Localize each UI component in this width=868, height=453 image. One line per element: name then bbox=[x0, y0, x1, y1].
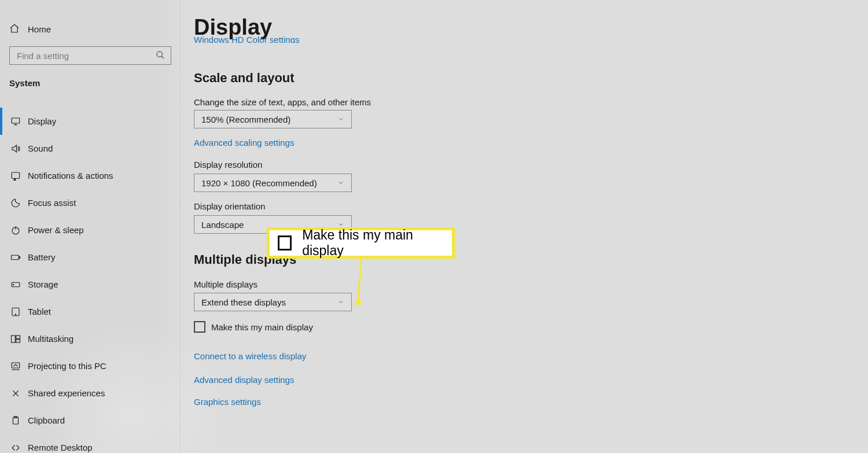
projecting-icon bbox=[10, 361, 21, 371]
svg-rect-4 bbox=[12, 255, 19, 260]
search-icon bbox=[156, 50, 165, 61]
graphics-settings-link[interactable]: Graphics settings bbox=[194, 397, 261, 407]
category-label: System bbox=[9, 78, 40, 88]
text-size-value: 150% (Recommended) bbox=[201, 115, 290, 124]
sidebar-item-multitasking[interactable]: Multitasking bbox=[0, 325, 180, 352]
advanced-display-link[interactable]: Advanced display settings bbox=[194, 375, 294, 385]
orientation-label: Display orientation bbox=[194, 201, 265, 211]
sidebar-item-label: Tablet bbox=[28, 307, 51, 316]
resolution-value: 1920 × 1080 (Recommended) bbox=[201, 178, 317, 188]
sidebar-nav: DisplaySoundNotifications & actionsFocus… bbox=[0, 108, 180, 453]
sidebar-item-tablet[interactable]: Tablet bbox=[0, 298, 180, 325]
callout-leader-dot bbox=[355, 300, 361, 305]
svg-rect-10 bbox=[12, 336, 16, 342]
sidebar-item-label: Multitasking bbox=[28, 334, 73, 344]
tablet-icon bbox=[10, 307, 21, 317]
svg-rect-2 bbox=[12, 172, 20, 179]
svg-point-7 bbox=[13, 284, 14, 285]
sidebar-item-label: Battery bbox=[28, 252, 56, 262]
sidebar-item-battery[interactable]: Battery bbox=[0, 244, 180, 271]
battery-icon bbox=[10, 252, 21, 263]
sidebar-item-sound[interactable]: Sound bbox=[0, 135, 180, 162]
sidebar-item-label: Projecting to this PC bbox=[28, 361, 106, 371]
make-main-display-label: Make this my main display bbox=[211, 322, 313, 332]
callout-annotation: Make this my main display bbox=[267, 227, 455, 259]
multiple-displays-label: Multiple displays bbox=[194, 279, 258, 289]
home-icon bbox=[9, 23, 20, 35]
sidebar-item-clipboard[interactable]: Clipboard bbox=[0, 407, 180, 434]
sidebar-item-label: Sound bbox=[28, 143, 53, 153]
search-input[interactable] bbox=[9, 46, 171, 65]
sidebar-item-remote-desktop[interactable]: Remote Desktop bbox=[0, 434, 180, 453]
checkbox-box-icon bbox=[278, 235, 292, 251]
wireless-display-link[interactable]: Connect to a wireless display bbox=[194, 351, 306, 361]
sidebar-item-focus-assist[interactable]: Focus assist bbox=[0, 189, 180, 216]
sidebar-item-label: Focus assist bbox=[28, 198, 76, 208]
svg-rect-11 bbox=[16, 336, 20, 338]
resolution-label: Display resolution bbox=[194, 160, 262, 170]
shared-icon bbox=[10, 388, 21, 399]
storage-icon bbox=[10, 279, 21, 290]
sidebar: Home System DisplaySoundNotifications & … bbox=[0, 0, 180, 453]
sidebar-item-projecting-to-this-pc[interactable]: Projecting to this PC bbox=[0, 352, 180, 380]
sidebar-item-shared-experiences[interactable]: Shared experiences bbox=[0, 380, 180, 407]
chevron-down-icon bbox=[337, 297, 344, 307]
moon-icon bbox=[10, 198, 21, 208]
hd-color-link[interactable]: Windows HD Color settings bbox=[194, 35, 300, 43]
svg-point-0 bbox=[157, 51, 162, 57]
clipboard-icon bbox=[10, 415, 21, 426]
checkbox-box-icon bbox=[194, 321, 205, 333]
sidebar-item-display[interactable]: Display bbox=[0, 108, 180, 135]
chevron-down-icon bbox=[337, 115, 344, 124]
sidebar-item-home[interactable]: Home bbox=[9, 21, 51, 37]
sidebar-item-label: Power & sleep bbox=[28, 225, 84, 235]
sidebar-item-label: Display bbox=[28, 116, 56, 126]
multiple-displays-value: Extend these displays bbox=[201, 297, 286, 307]
svg-rect-1 bbox=[12, 118, 20, 123]
callout-text: Make this my main display bbox=[302, 227, 444, 259]
sidebar-item-label: Clipboard bbox=[28, 415, 65, 425]
resolution-select[interactable]: 1920 × 1080 (Recommended) bbox=[194, 174, 352, 192]
text-size-label: Change the size of text, apps, and other… bbox=[194, 97, 371, 107]
sidebar-item-label: Storage bbox=[28, 279, 58, 289]
text-size-select[interactable]: 150% (Recommended) bbox=[194, 110, 352, 128]
display-icon bbox=[10, 116, 21, 127]
svg-rect-5 bbox=[19, 256, 20, 258]
power-icon bbox=[10, 225, 21, 235]
make-main-display-checkbox[interactable]: Make this my main display bbox=[194, 321, 313, 333]
orientation-value: Landscape bbox=[201, 220, 244, 230]
home-label: Home bbox=[28, 24, 51, 34]
sidebar-item-storage[interactable]: Storage bbox=[0, 271, 180, 298]
advanced-scaling-link[interactable]: Advanced scaling settings bbox=[194, 138, 294, 148]
multiple-displays-select[interactable]: Extend these displays bbox=[194, 293, 352, 311]
sidebar-item-notifications-actions[interactable]: Notifications & actions bbox=[0, 162, 180, 189]
svg-rect-13 bbox=[12, 363, 20, 368]
scale-heading: Scale and layout bbox=[194, 71, 295, 86]
remote-icon bbox=[10, 443, 21, 453]
main-content: Display Windows HD Color settings Scale … bbox=[194, 0, 868, 453]
multitasking-icon bbox=[10, 334, 21, 344]
sound-icon bbox=[10, 143, 21, 154]
search-text-field[interactable] bbox=[16, 50, 156, 61]
chevron-down-icon bbox=[337, 178, 344, 188]
sidebar-item-power-sleep[interactable]: Power & sleep bbox=[0, 216, 180, 244]
sidebar-separator bbox=[180, 0, 181, 453]
notifications-icon bbox=[10, 171, 21, 181]
svg-rect-12 bbox=[16, 339, 20, 342]
sidebar-item-label: Shared experiences bbox=[28, 388, 105, 398]
sidebar-item-label: Remote Desktop bbox=[28, 443, 93, 452]
sidebar-item-label: Notifications & actions bbox=[28, 171, 113, 181]
svg-point-9 bbox=[15, 314, 16, 315]
